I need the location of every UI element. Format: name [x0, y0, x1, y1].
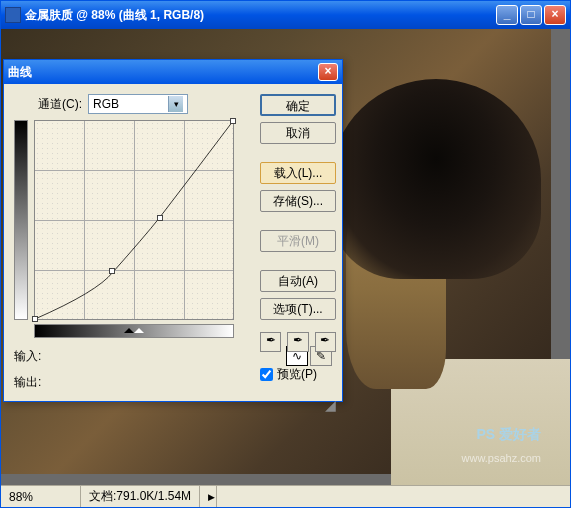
image-content: [331, 79, 541, 429]
doc-size: 文档:791.0K/1.54M: [81, 486, 200, 507]
dialog-body: 通道(C): RGB ▾: [4, 84, 342, 401]
smooth-button: 平滑(M): [260, 230, 336, 252]
ok-button[interactable]: 确定: [260, 94, 336, 116]
spacer: [260, 258, 336, 264]
minimize-button[interactable]: _: [496, 5, 518, 25]
curve-graph[interactable]: [34, 120, 234, 320]
channel-value: RGB: [93, 97, 119, 111]
channel-label: 通道(C):: [38, 96, 82, 113]
window-title: 金属肤质 @ 88% (曲线 1, RGB/8): [25, 7, 494, 24]
curves-dialog: 曲线 × 通道(C): RGB ▾: [3, 59, 343, 402]
watermark-url: www.psahz.com: [462, 452, 541, 464]
window-close-button[interactable]: ×: [544, 5, 566, 25]
save-button[interactable]: 存储(S)...: [260, 190, 336, 212]
status-arrow-icon[interactable]: ▶: [200, 486, 217, 507]
eyedropper-row: ✒ ✒ ✒: [260, 332, 336, 352]
spacer: [260, 218, 336, 224]
curve-point[interactable]: [157, 215, 163, 221]
maximize-button[interactable]: □: [520, 5, 542, 25]
zoom-level[interactable]: 88%: [1, 486, 81, 507]
auto-button[interactable]: 自动(A): [260, 270, 336, 292]
channel-select[interactable]: RGB ▾: [88, 94, 188, 114]
input-label: 输入:: [14, 348, 54, 365]
main-window: 金属肤质 @ 88% (曲线 1, RGB/8) _ □ × PS 爱好者 ww…: [0, 0, 571, 508]
dialog-close-button[interactable]: ×: [318, 63, 338, 81]
load-button[interactable]: 载入(L)...: [260, 162, 336, 184]
button-column: 确定 取消 载入(L)... 存储(S)... 平滑(M) 自动(A) 选项(T…: [260, 94, 336, 413]
status-empty: [217, 486, 570, 507]
preview-row: 预览(P): [260, 366, 336, 383]
gradient-triangles-icon[interactable]: [124, 323, 144, 333]
curve-point[interactable]: [230, 118, 236, 124]
output-label: 输出:: [14, 374, 54, 391]
preview-label: 预览(P): [277, 366, 317, 383]
resize-grip-icon[interactable]: ◢: [260, 397, 336, 413]
horizontal-gradient: [34, 324, 234, 338]
status-bar: 88% 文档:791.0K/1.54M ▶: [1, 485, 570, 507]
watermark-logo: PS 爱好者: [476, 426, 541, 444]
cancel-button[interactable]: 取消: [260, 122, 336, 144]
dialog-titlebar[interactable]: 曲线 ×: [4, 60, 342, 84]
curve-point[interactable]: [32, 316, 38, 322]
chevron-down-icon: ▾: [168, 96, 183, 112]
vertical-gradient: [14, 120, 28, 320]
eyedropper-white-icon[interactable]: ✒: [315, 332, 336, 352]
eyedropper-gray-icon[interactable]: ✒: [287, 332, 308, 352]
titlebar[interactable]: 金属肤质 @ 88% (曲线 1, RGB/8) _ □ ×: [1, 1, 570, 29]
hair-shape: [331, 79, 541, 279]
spacer: [260, 150, 336, 156]
curve-point[interactable]: [109, 268, 115, 274]
canvas-area[interactable]: PS 爱好者 www.psahz.com 曲线 × 通道(C): RGB ▾: [1, 29, 570, 485]
curve-line: [35, 121, 233, 319]
eyedropper-black-icon[interactable]: ✒: [260, 332, 281, 352]
dialog-title: 曲线: [8, 64, 318, 81]
preview-checkbox[interactable]: [260, 368, 273, 381]
app-icon: [5, 7, 21, 23]
options-button[interactable]: 选项(T)...: [260, 298, 336, 320]
